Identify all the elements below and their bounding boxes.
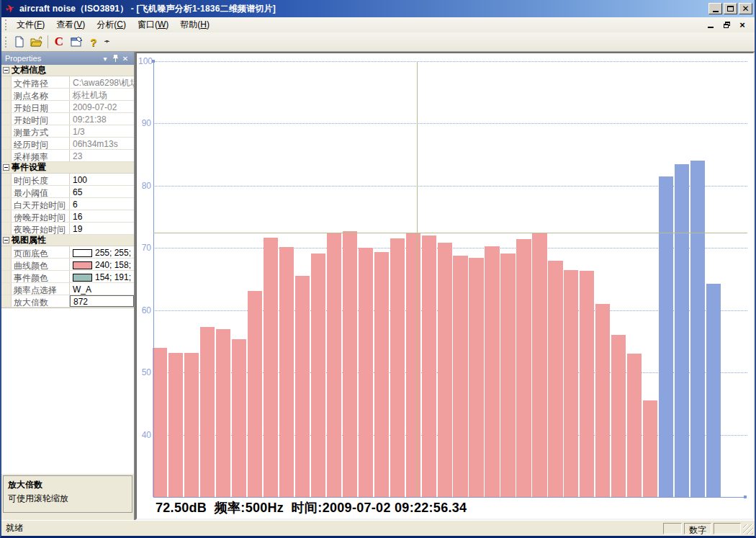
menu-item-查看[interactable]: 查看(V) [50, 17, 91, 33]
panel-pin-button[interactable] [110, 53, 120, 63]
x-axis-line [153, 497, 745, 498]
property-row: 开始时间09:21:38 [1, 113, 134, 125]
property-value[interactable]: 240; 158; 15 [70, 259, 134, 270]
property-row: 文件路径C:\awa6298\机场 [1, 76, 134, 89]
property-value[interactable]: 19 [70, 223, 134, 234]
property-label: 白天开始时间 [12, 198, 70, 210]
spectrum-bar [422, 236, 436, 497]
menu-item-分析[interactable]: 分析(C) [91, 17, 132, 33]
property-label: 事件颜色 [12, 271, 70, 282]
mdi-restore-button[interactable] [721, 21, 732, 30]
property-row-indent [1, 271, 12, 282]
event-bar [690, 161, 705, 497]
property-value[interactable]: 06h34m13s [70, 138, 134, 149]
property-row-indent [1, 198, 12, 210]
panel-menu-button[interactable]: ▾ [100, 53, 110, 63]
new-file-button[interactable] [11, 34, 28, 50]
close-button[interactable]: ✕ [739, 3, 752, 14]
property-label: 时间长度 [12, 174, 70, 185]
toolbar-overflow-button[interactable]: ▾ [102, 34, 112, 50]
menu-item-窗口[interactable]: 窗口(W) [132, 17, 174, 33]
property-label: 测量方式 [12, 125, 70, 137]
property-label: 页面底色 [12, 246, 70, 258]
minimize-button[interactable] [708, 3, 722, 14]
panel-close-button[interactable]: ✕ [120, 53, 130, 63]
color-swatch[interactable] [73, 274, 92, 282]
mdi-close-button[interactable]: × [737, 21, 747, 30]
property-row: 事件颜色154; 191; 18 [1, 271, 134, 283]
spectrum-chart-canvas[interactable]: 72.50dB 频率:500Hz 时间:2009-07-02 09:22:56.… [137, 53, 753, 519]
property-value[interactable]: 16 [70, 210, 134, 222]
spectrum-bar [516, 239, 531, 497]
property-value[interactable]: 255; 255; 25 [70, 246, 134, 258]
property-value[interactable]: 65 [70, 186, 134, 197]
red-c-icon: C [55, 35, 63, 49]
property-value[interactable]: 栎社机场 [70, 89, 134, 100]
spectrum-bar [200, 327, 215, 497]
property-value[interactable]: 100 [70, 174, 134, 185]
status-ready-text: 就绪 [6, 522, 661, 534]
collapse-icon[interactable] [3, 164, 9, 171]
menu-item-帮助[interactable]: 帮助(H) [174, 17, 215, 33]
menubar-grip[interactable] [5, 19, 9, 30]
category-row[interactable]: 视图属性 [1, 235, 134, 246]
property-row-indent [1, 210, 12, 222]
property-value[interactable]: 2009-07-02 [70, 101, 134, 112]
category-row[interactable]: 文档信息 [1, 65, 134, 76]
maximize-button[interactable] [724, 3, 737, 14]
property-label: 最小阈值 [12, 186, 70, 197]
collapse-icon[interactable] [3, 67, 9, 73]
property-label: 放大倍数 [12, 295, 70, 307]
collapse-icon[interactable] [3, 237, 9, 243]
open-file-button[interactable] [28, 34, 45, 50]
property-value[interactable]: W_A [70, 283, 134, 295]
help-button[interactable]: ? [85, 34, 102, 50]
y-tick-label: 70 [138, 243, 151, 253]
main-area: Properties ▾ ✕ 文档信息文件路径C:\awa6298\机场测点名称… [1, 52, 755, 520]
property-row-indent [1, 283, 12, 295]
spectrum-bar [500, 254, 515, 497]
property-row-indent [1, 246, 12, 258]
menu-item-文件[interactable]: 文件(F) [11, 17, 50, 33]
property-value[interactable]: 1/3 [70, 125, 134, 137]
color-swatch[interactable] [73, 261, 92, 269]
property-description-title: 放大倍数 [8, 479, 127, 491]
spectrum-bar [390, 238, 405, 497]
resize-grip-icon[interactable] [743, 524, 753, 534]
spectrum-bar [184, 353, 199, 498]
property-value[interactable]: 872 [70, 295, 134, 307]
y-tick-label: 50 [138, 367, 151, 377]
toolbar-grip[interactable] [5, 37, 9, 48]
property-value[interactable]: C:\awa6298\机场 [70, 76, 134, 88]
y-axis-line [153, 61, 154, 497]
category-title: 文档信息 [12, 64, 46, 76]
property-value[interactable]: 09:21:38 [70, 113, 134, 125]
y-axis-end-marker [152, 60, 155, 63]
spectrum-bar [327, 233, 341, 497]
new-file-icon [14, 36, 25, 48]
property-value[interactable]: 6 [70, 198, 134, 210]
property-value[interactable]: 154; 191; 18 [70, 271, 134, 282]
property-row-indent [1, 223, 12, 234]
pin-icon [112, 55, 119, 63]
property-row: 放大倍数872 [1, 295, 134, 308]
analyze-button[interactable]: C [50, 34, 68, 50]
status-pane-num: 数字 [684, 523, 711, 534]
property-label: 开始时间 [12, 113, 70, 125]
property-row-indent [1, 101, 12, 112]
property-label: 文件路径 [12, 76, 70, 88]
property-grid: 文档信息文件路径C:\awa6298\机场测点名称栎社机场开始日期2009-07… [1, 65, 134, 308]
property-row: 频率点选择W_A [1, 283, 134, 295]
property-row-indent [1, 89, 12, 100]
category-row[interactable]: 事件设置 [1, 162, 134, 174]
mdi-minimize-button[interactable] [706, 21, 716, 30]
window-title: aircraft noise（ISO3891） - [飞机噪声分析1-1836二… [19, 3, 708, 15]
spectrum-bar [168, 353, 183, 497]
status-bar: 就绪 数字 [1, 520, 755, 536]
color-swatch[interactable] [73, 249, 92, 257]
properties-button[interactable] [68, 34, 85, 50]
property-value[interactable]: 23 [70, 150, 134, 161]
spectrum-bar [406, 233, 420, 497]
property-row: 白天开始时间6 [1, 198, 134, 210]
property-label: 夜晚开始时间 [12, 223, 70, 234]
